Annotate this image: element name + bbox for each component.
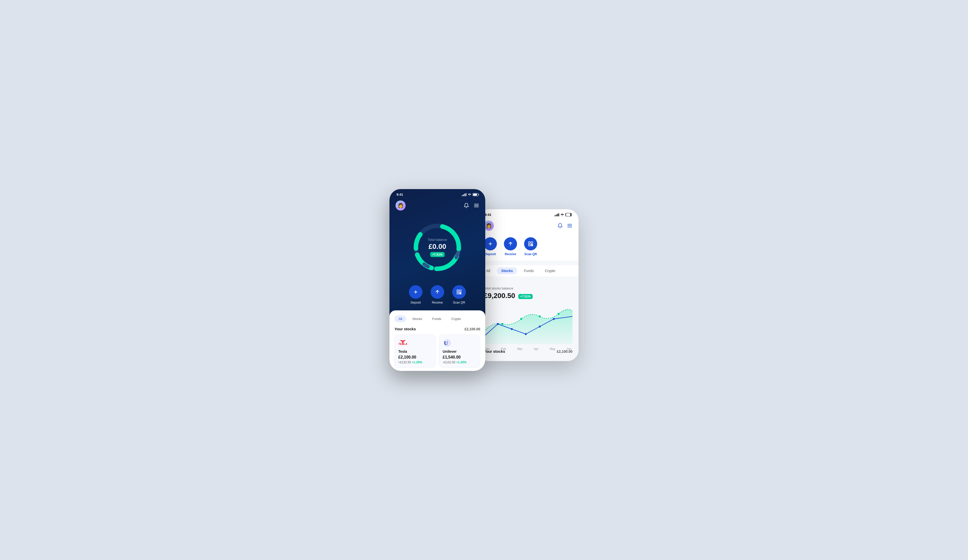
deposit-action-light[interactable]: Deposit bbox=[484, 237, 497, 256]
avatar-dark[interactable]: 👩 bbox=[396, 200, 406, 210]
tesla-change: +£132.50 +1.25% bbox=[398, 361, 432, 364]
svg-point-36 bbox=[539, 325, 541, 328]
unilever-card[interactable]: U Unilever £1,540.00 +£132.50 +1.25% bbox=[439, 335, 480, 368]
battery-icon-dark bbox=[472, 193, 478, 196]
svg-rect-12 bbox=[459, 292, 460, 293]
status-icons-light bbox=[555, 213, 572, 217]
scanqr-label-light: Scan QR bbox=[524, 252, 537, 256]
tab-funds-light[interactable]: Funds bbox=[519, 267, 538, 274]
deposit-action-dark[interactable]: Deposit bbox=[409, 285, 423, 304]
svg-rect-11 bbox=[457, 292, 459, 294]
tab-all-dark[interactable]: All bbox=[394, 315, 406, 322]
tab-row-light: All Stocks Funds Crypto bbox=[478, 265, 578, 276]
receive-action-dark[interactable]: Receive bbox=[431, 285, 444, 304]
scanqr-circle-dark[interactable] bbox=[452, 285, 466, 299]
tab-stocks-dark[interactable]: Stocks bbox=[408, 315, 426, 322]
qr-icon-dark bbox=[456, 289, 462, 295]
arrow-up-icon-light bbox=[508, 241, 513, 247]
svg-rect-29 bbox=[532, 244, 533, 245]
your-stocks-title-dark: Your stocks bbox=[394, 327, 416, 331]
wifi-icon-light bbox=[560, 213, 564, 217]
tab-crypto-dark[interactable]: Crypto bbox=[448, 315, 465, 322]
svg-point-34 bbox=[511, 328, 512, 330]
chart-label-feb: Feb bbox=[501, 347, 506, 351]
svg-rect-25 bbox=[529, 242, 530, 243]
balance-change-badge-dark: +7.51% bbox=[430, 252, 444, 257]
receive-circle-dark[interactable] bbox=[431, 285, 444, 299]
chart-area-light: Jan Feb Mar Apr May Jun bbox=[484, 304, 572, 344]
chart-label-jan: Jan bbox=[485, 347, 489, 351]
battery-icon-light bbox=[565, 213, 572, 216]
menu-icon-dark[interactable] bbox=[474, 203, 479, 208]
status-bar-dark: 9:41 bbox=[390, 189, 485, 199]
donut-wrapper: Total balance £0.00 +7.51% bbox=[409, 220, 465, 275]
chart-labels: Jan Feb Mar Apr May Jun bbox=[484, 347, 572, 351]
qr-icon-light bbox=[528, 241, 534, 247]
avatar-light[interactable]: 👩 bbox=[484, 220, 494, 231]
svg-point-37 bbox=[553, 318, 555, 320]
tesla-value: £2,100.00 bbox=[398, 355, 432, 360]
receive-label-light: Receive bbox=[505, 252, 516, 256]
dark-header: 👩 bbox=[390, 199, 485, 215]
signal-icon-dark bbox=[462, 193, 466, 196]
balance-amount-dark: £0.00 bbox=[428, 243, 447, 251]
status-bar-light: 9:41 bbox=[478, 209, 578, 219]
svg-point-38 bbox=[501, 323, 503, 325]
svg-point-41 bbox=[558, 313, 559, 315]
donut-center: Total balance £0.00 +7.51% bbox=[428, 238, 447, 257]
svg-point-39 bbox=[520, 318, 522, 320]
phone-dark: 9:41 bbox=[390, 189, 485, 371]
chart-label-mar: Mar bbox=[517, 347, 522, 351]
deposit-circle-dark[interactable] bbox=[409, 285, 423, 299]
time-dark: 9:41 bbox=[396, 193, 403, 196]
light-header-icons bbox=[557, 223, 572, 229]
bell-icon-light[interactable] bbox=[557, 223, 563, 229]
svg-rect-27 bbox=[529, 244, 530, 246]
receive-circle-light[interactable] bbox=[504, 237, 517, 250]
deposit-circle-light[interactable] bbox=[484, 237, 497, 250]
tab-crypto-light[interactable]: Crypto bbox=[540, 267, 560, 274]
svg-rect-30 bbox=[531, 245, 532, 246]
svg-text:U: U bbox=[444, 340, 448, 346]
scanqr-label-dark: Scan QR bbox=[453, 301, 465, 304]
donut-chart-area: Total balance £0.00 +7.51% bbox=[390, 215, 485, 283]
scanqr-circle-light[interactable] bbox=[524, 237, 537, 250]
phone-light: 9:41 bbox=[478, 209, 578, 361]
status-icons-dark bbox=[462, 193, 478, 196]
svg-rect-14 bbox=[459, 293, 460, 294]
action-row-light: Deposit Receive Scan QR bbox=[478, 235, 578, 261]
light-header: 👩 bbox=[478, 219, 578, 235]
svg-rect-9 bbox=[457, 290, 459, 292]
stock-cards-dark: TESLA Tesla £2,100.00 +£132.50 +1.25% bbox=[394, 335, 480, 368]
tab-row-dark: All Stocks Funds Crypto bbox=[394, 315, 480, 322]
your-stocks-header-dark: Your stocks £2,100.00 bbox=[394, 327, 480, 331]
svg-point-40 bbox=[539, 315, 541, 317]
tesla-name: Tesla bbox=[398, 350, 432, 353]
receive-action-light[interactable]: Receive bbox=[504, 237, 517, 256]
tesla-logo: TESLA bbox=[398, 338, 407, 348]
menu-icon-light[interactable] bbox=[567, 223, 572, 229]
svg-rect-10 bbox=[459, 290, 461, 292]
scanqr-action-light[interactable]: Scan QR bbox=[524, 237, 537, 256]
chart-label-apr: Apr bbox=[534, 347, 539, 351]
scene: 9:41 bbox=[385, 179, 583, 381]
plus-icon-dark bbox=[413, 289, 418, 295]
divider-light bbox=[478, 261, 578, 261]
svg-rect-31 bbox=[532, 245, 533, 246]
svg-rect-28 bbox=[531, 244, 532, 245]
deposit-label-light: Deposit bbox=[485, 252, 496, 256]
svg-rect-13 bbox=[461, 292, 461, 293]
bell-icon-dark[interactable] bbox=[464, 203, 469, 208]
unilever-change: +£132.50 +1.25% bbox=[443, 361, 476, 364]
svg-point-35 bbox=[525, 333, 527, 335]
balance-amount-light: £9,200.50 bbox=[484, 292, 515, 300]
balance-label-dark: Total balance bbox=[428, 238, 447, 242]
tesla-card[interactable]: TESLA Tesla £2,100.00 +£132.50 +1.25% bbox=[394, 335, 436, 368]
tab-stocks-light[interactable]: Stocks bbox=[497, 267, 517, 274]
scanqr-action-dark[interactable]: Scan QR bbox=[452, 285, 466, 304]
receive-label-dark: Receive bbox=[432, 301, 443, 304]
action-row-dark: Deposit Receive Scan QR bbox=[390, 283, 485, 310]
light-main: Total stocks balance £9,200.50 +7.51% bbox=[478, 282, 578, 361]
tab-funds-dark[interactable]: Funds bbox=[428, 315, 445, 322]
unilever-logo: U bbox=[443, 338, 452, 348]
